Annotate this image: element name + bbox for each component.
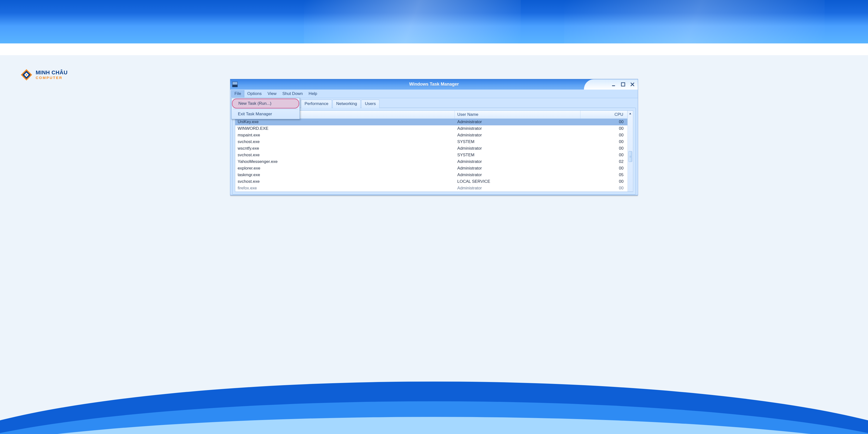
col-user-name[interactable]: User Name — [455, 111, 580, 118]
tabstrip: Performance Networking Users — [301, 98, 636, 108]
cell-image: firefox.exe — [235, 185, 455, 191]
cell-user: Administrator — [455, 172, 580, 178]
logo-line2: COMPUTER — [35, 76, 67, 80]
minimize-button[interactable] — [611, 82, 616, 87]
cell-cpu: 05 — [580, 172, 627, 178]
svg-rect-4 — [612, 85, 615, 86]
file-dropdown: New Task (Run...) Exit Task Manager — [231, 98, 300, 119]
process-row[interactable]: firefox.exeAdministrator00 — [235, 185, 628, 192]
process-row[interactable]: WINWORD.EXEAdministrator00 — [235, 125, 628, 132]
task-manager-clip: Windows Task Manager File Options View — [230, 79, 638, 352]
cell-image: UniKey.exe — [235, 119, 455, 125]
logo-mark-icon — [20, 68, 33, 82]
file-menu-exit[interactable]: Exit Task Manager — [232, 110, 299, 118]
menu-options[interactable]: Options — [244, 90, 265, 97]
logo-text: MINH CHÂU COMPUTER — [35, 70, 67, 80]
window-title: Windows Task Manager — [230, 82, 638, 87]
banner-white-strip — [0, 44, 868, 55]
list-inner: Image Name User Name CPU UniKey.exeAdmin… — [235, 111, 628, 192]
col-cpu[interactable]: CPU — [580, 111, 627, 118]
maximize-button[interactable] — [620, 82, 625, 87]
cell-user: Administrator — [455, 185, 580, 191]
menubar: File Options View Shut Down Help — [230, 90, 638, 98]
vertical-scrollbar[interactable] — [627, 111, 633, 192]
cell-image: wscntfy.exe — [235, 145, 455, 151]
process-row[interactable]: svchost.exeSYSTEM00 — [235, 139, 628, 145]
brand-logo: MINH CHÂU COMPUTER — [20, 68, 67, 82]
cell-image: WINWORD.EXE — [235, 125, 455, 132]
scroll-up-arrow-icon[interactable] — [628, 111, 632, 116]
cell-user: Administrator — [455, 159, 580, 165]
task-manager-window: Windows Task Manager File Options View — [230, 79, 638, 195]
cell-user: Administrator — [455, 165, 580, 171]
menu-help[interactable]: Help — [306, 90, 320, 97]
tab-performance[interactable]: Performance — [301, 99, 332, 108]
cell-image: svchost.exe — [235, 179, 455, 184]
process-row[interactable]: mspaint.exeAdministrator00 — [235, 132, 628, 139]
page-root: MINH CHÂU COMPUTER Windows Task Manager — [0, 0, 868, 434]
titlebar[interactable]: Windows Task Manager — [230, 79, 638, 90]
cell-cpu: 00 — [580, 119, 627, 125]
process-row[interactable]: explorer.exeAdministrator00 — [235, 165, 628, 172]
cell-user: Administrator — [455, 145, 580, 151]
cell-user: Administrator — [455, 125, 580, 132]
logo-line1: MINH CHÂU — [35, 70, 67, 75]
tab-networking[interactable]: Networking — [333, 99, 361, 108]
cell-cpu: 02 — [580, 159, 627, 165]
cell-cpu: 00 — [580, 165, 627, 171]
processes-panel: Image Name User Name CPU UniKey.exeAdmin… — [232, 108, 636, 195]
process-row[interactable]: taskmgr.exeAdministrator05 — [235, 172, 628, 178]
process-row[interactable]: YahooMessenger.exeAdministrator02 — [235, 158, 628, 165]
cell-user: SYSTEM — [455, 139, 580, 145]
app-icon — [232, 82, 238, 87]
cell-cpu: 00 — [580, 132, 627, 138]
tab-users[interactable]: Users — [361, 99, 379, 108]
cell-cpu: 00 — [580, 185, 627, 191]
process-list: Image Name User Name CPU UniKey.exeAdmin… — [235, 110, 633, 192]
process-row[interactable]: wscntfy.exeAdministrator00 — [235, 145, 628, 152]
scroll-thumb[interactable] — [628, 151, 632, 162]
cell-cpu: 00 — [580, 152, 627, 158]
cell-cpu: 00 — [580, 179, 627, 184]
list-body: UniKey.exeAdministrator00WINWORD.EXEAdmi… — [235, 119, 628, 192]
cell-user: Administrator — [455, 119, 580, 125]
cell-image: mspaint.exe — [235, 132, 455, 138]
close-button[interactable] — [630, 82, 635, 87]
cell-user: Administrator — [455, 132, 580, 138]
cell-image: taskmgr.exe — [235, 172, 455, 178]
process-row[interactable]: svchost.exeSYSTEM00 — [235, 152, 628, 158]
process-row[interactable]: svchost.exeLOCAL SERVICE00 — [235, 178, 628, 185]
cell-image: svchost.exe — [235, 152, 455, 158]
menu-separator — [233, 109, 298, 109]
cell-user: LOCAL SERVICE — [455, 179, 580, 184]
cell-cpu: 00 — [580, 145, 627, 151]
cell-cpu: 00 — [580, 125, 627, 132]
cell-image: svchost.exe — [235, 139, 455, 145]
cell-image: explorer.exe — [235, 165, 455, 171]
file-menu-new-task[interactable]: New Task (Run...) — [232, 98, 299, 109]
cell-user: SYSTEM — [455, 152, 580, 158]
menu-view[interactable]: View — [265, 90, 280, 97]
cell-image: YahooMessenger.exe — [235, 159, 455, 165]
menu-shutdown[interactable]: Shut Down — [279, 90, 306, 97]
cell-cpu: 00 — [580, 139, 627, 145]
process-row[interactable]: UniKey.exeAdministrator00 — [235, 119, 628, 125]
svg-rect-5 — [621, 83, 625, 86]
menu-file[interactable]: File — [231, 90, 244, 97]
banner-top — [0, 0, 868, 44]
window-controls — [584, 79, 638, 90]
